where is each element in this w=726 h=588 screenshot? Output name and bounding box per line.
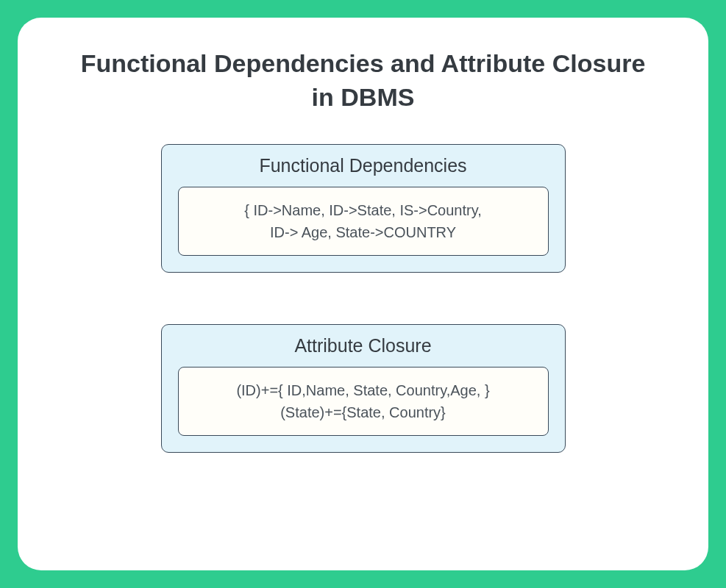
attribute-closure-line2: (State)+={State, Country} xyxy=(192,401,535,423)
attribute-closure-section: Attribute Closure (ID)+={ ID,Name, State… xyxy=(161,324,566,453)
diagram-card: Functional Dependencies and Attribute Cl… xyxy=(18,18,708,570)
functional-dependencies-section: Functional Dependencies { ID->Name, ID->… xyxy=(161,144,566,273)
attribute-closure-heading: Attribute Closure xyxy=(294,335,431,356)
functional-dependencies-heading: Functional Dependencies xyxy=(259,155,466,176)
main-title: Functional Dependencies and Attribute Cl… xyxy=(76,47,650,115)
functional-dependencies-line2: ID-> Age, State->COUNTRY xyxy=(192,221,535,243)
functional-dependencies-line1: { ID->Name, ID->State, IS->Country, xyxy=(192,199,535,221)
functional-dependencies-content-box: { ID->Name, ID->State, IS->Country, ID->… xyxy=(178,187,549,256)
attribute-closure-line1: (ID)+={ ID,Name, State, Country,Age, } xyxy=(192,379,535,401)
attribute-closure-content-box: (ID)+={ ID,Name, State, Country,Age, } (… xyxy=(178,367,549,436)
